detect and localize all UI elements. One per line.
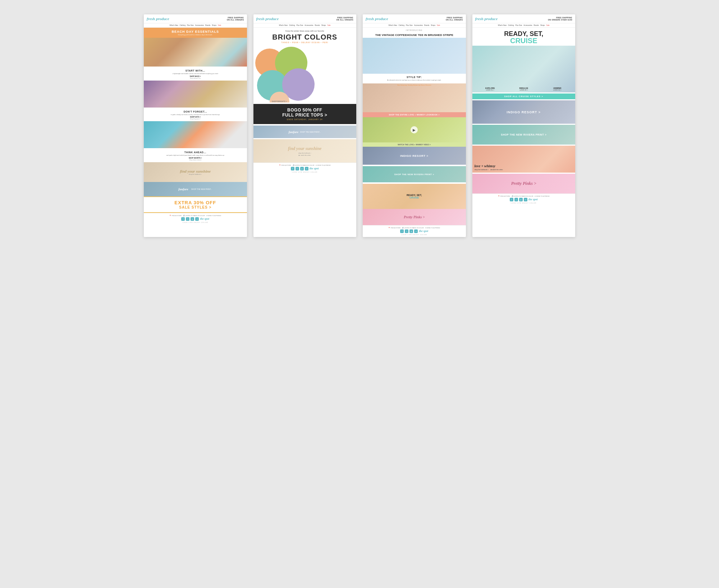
shop-beach-fun-link[interactable]: Shop Beach Fun [146,77,245,79]
footer3-send[interactable]: ✉ SEND TO A FRIEND [425,227,440,229]
col4-riviera-print[interactable]: SHOP THE NEW RIVIERA PRINT > [472,125,576,145]
nav-col3[interactable]: What's New Clothing Plus Size Accessorie… [363,23,466,28]
nav-plus-size[interactable]: Plus Size [187,24,194,26]
footer-find-store[interactable]: 📍 FIND A STORE [169,215,182,216]
footer-radio[interactable]: 🎵 LISTEN TO RADIO IN COLOR [183,215,205,216]
nav4-whats-new[interactable]: What's New [498,24,507,26]
watch-video-link-col4[interactable]: ▶ watch the video [491,169,503,170]
vimeo-icon[interactable]: v [195,217,199,221]
col4-look3[interactable]: UNWIND LOOK #3 > [541,87,574,91]
col3-indigo-resort[interactable]: INDIGO RESORT > [363,147,466,165]
nav2-plus-size[interactable]: Plus Size [296,24,303,26]
footer-send[interactable]: ✉ SEND TO A FRIEND [206,215,221,216]
nav3-brands[interactable]: Brands [424,24,429,26]
vimeo-icon-col2[interactable]: v [305,167,308,170]
nav2-brands[interactable]: Brands [315,24,320,26]
facebook-icon[interactable]: f [181,217,185,221]
nav-brands[interactable]: Brands [205,24,210,26]
sunshine-sub-col1[interactable]: shop the lookbook > [180,173,211,175]
col4-look3-sub[interactable]: LOOK #3 > [541,89,574,91]
vimeo-icon-col3[interactable]: v [414,229,418,233]
thespot-col3[interactable]: the spot [419,229,428,233]
col3-video-button[interactable]: WATCH THE LOVE + WHIMSY VIDEO > [363,142,466,147]
nav3-clothing[interactable]: Clothing [398,24,404,26]
col4-shop-all-button[interactable]: SHOP ALL CRUISE STYLES > [472,94,576,99]
col3-pinks-section[interactable]: Pretty Pinks > [363,209,466,225]
nav3-plus-size[interactable]: Plus Size [406,24,413,26]
nav2-whats-new[interactable]: What's New [279,24,288,26]
header-col4: fresh produce FREE SHIPPING ON ORDERS OV… [472,14,576,23]
col2-bogo-banner[interactable]: BOGO 50% OFF FULL PRICE TOPS > ENDS SATU… [253,104,357,124]
nav2-shops[interactable]: Shops [321,24,326,26]
shop-brights-label[interactable]: SHOP BRIGHTS > [272,100,287,102]
twitter-icon-col3[interactable]: t [405,229,408,233]
twitter-icon-col2[interactable]: t [296,167,299,170]
facebook-icon-col4[interactable]: f [510,198,513,201]
shop-keystone-link[interactable]: Shop Keystone ! [146,118,245,120]
footer4-send[interactable]: ✉ SEND TO A FRIEND [535,195,549,197]
footer4-radio[interactable]: 🎵 LISTEN TO RADIO IN COLOR [512,195,533,197]
thespot-col4[interactable]: the spot [528,198,538,201]
footer3-radio[interactable]: 🎵 LISTEN TO RADIO IN COLOR [402,227,424,229]
footer2-send[interactable]: ✉ SEND TO A FRIEND [316,164,330,166]
col4-pinks-section[interactable]: Pretty Pinks > [472,174,576,193]
nav2-clothing[interactable]: Clothing [289,24,295,26]
col4-look2-sub[interactable]: LOOK #2 > [507,89,540,91]
col3-lookbook-button[interactable]: SHOP THE ENTIRE LOVE + WHIMSY LOOKBOOK > [363,112,466,117]
nav3-whats-new[interactable]: What's New [389,24,397,26]
nav3-shops[interactable]: Shops [431,24,435,26]
nav3-accessories[interactable]: Accessories [414,24,423,26]
footer2-find-store[interactable]: 📍 FIND A STORE [279,164,291,166]
nav-accessories[interactable]: Accessories [195,24,204,26]
nav-col4[interactable]: What's New Clothing Plus Size Accessorie… [472,23,576,28]
footer2-radio[interactable]: 🎵 LISTEN TO RADIO IN COLOR [293,164,315,166]
nav2-sale[interactable]: Sale [327,24,330,26]
nav-col1[interactable]: What's New Clothing Plus Size Accessorie… [144,23,247,28]
nav4-accessories[interactable]: Accessories [523,24,532,26]
lookbook-link-col4[interactable]: shop the lookbook > [475,169,489,170]
col2-fanfare-banner[interactable]: fanfare SHOP THE NEW PRINT... [253,126,357,138]
watch-video-col2[interactable]: watch the video [301,154,311,156]
col1-sale-banner[interactable]: EXTRA 30% OFF SALE STYLES > [144,196,247,213]
facebook-icon-col3[interactable]: f [400,229,404,233]
thespot-col1[interactable]: the spot [200,217,209,221]
pinterest-icon-col3[interactable]: p [409,229,413,233]
nav-clothing[interactable]: Clothing [179,24,186,26]
nav4-sale[interactable]: Sale [546,24,549,26]
nav3-sale[interactable]: Sale [437,24,440,26]
vimeo-icon-col4[interactable]: v [524,198,527,201]
col4-look1[interactable]: EXPLORE LOOK #1 > [474,87,507,91]
pinterest-icon-col2[interactable]: p [300,167,304,170]
twitter-icon[interactable]: t [186,217,189,221]
col3-riviera-print[interactable]: SHOP THE NEW RIVIERA PRINT > [363,166,466,182]
col3-cruise-section[interactable]: READY, SET, CRUISE [363,184,466,209]
col2-sunshine-banner[interactable]: find your sunshine shop the lookbook > ▶… [253,139,357,163]
twitter-icon-col4[interactable]: t [514,198,518,201]
footer4-find-store[interactable]: 📍 FIND A STORE [498,195,510,197]
nav-whats-new[interactable]: What's New [170,24,178,26]
nav-sale[interactable]: Sale [218,24,221,26]
play-button[interactable]: ▶ [411,126,418,133]
nav4-plus-size[interactable]: Plus Size [515,24,522,26]
col1-fanfare-banner[interactable]: fanfare SHOP THE NEW PRINT... [144,182,247,196]
thespot-col2[interactable]: the spot [310,167,319,170]
col1-sunshine-banner[interactable]: find your sunshine shop the lookbook > [144,162,247,182]
nav-shops[interactable]: Shops [212,24,216,26]
col3-video-section[interactable]: ▶ [363,117,466,142]
shop-button-downs-link[interactable]: Shop button downs [146,159,245,161]
footer3-find-store[interactable]: 📍 FIND A STORE [388,227,400,229]
nav-col2[interactable]: What's New Clothing Plus Size Accessorie… [253,23,357,28]
sunshine-sub-col2[interactable]: shop the lookbook > [288,152,321,154]
pinterest-icon[interactable]: p [191,217,194,221]
nav2-accessories[interactable]: Accessories [304,24,313,26]
facebook-icon-col2[interactable]: f [291,167,294,170]
nav4-shops[interactable]: Shops [540,24,545,26]
col4-indigo-resort[interactable]: INDIGO RESORT > [472,100,576,124]
col4-look1-sub[interactable]: LOOK #1 > [474,89,507,91]
col3-model2-image: Now featuring: Sunday Button-Up Green Ch… [363,83,466,112]
nav4-clothing[interactable]: Clothing [508,24,514,26]
col4-love-whimsy[interactable]: love + whimsy shop the lookbook > ▶ watc… [472,146,576,173]
pinterest-icon-col4[interactable]: p [519,198,523,201]
nav4-brands[interactable]: Brands [533,24,539,26]
col4-look2[interactable]: INDULGE LOOK #2 > [507,87,540,91]
